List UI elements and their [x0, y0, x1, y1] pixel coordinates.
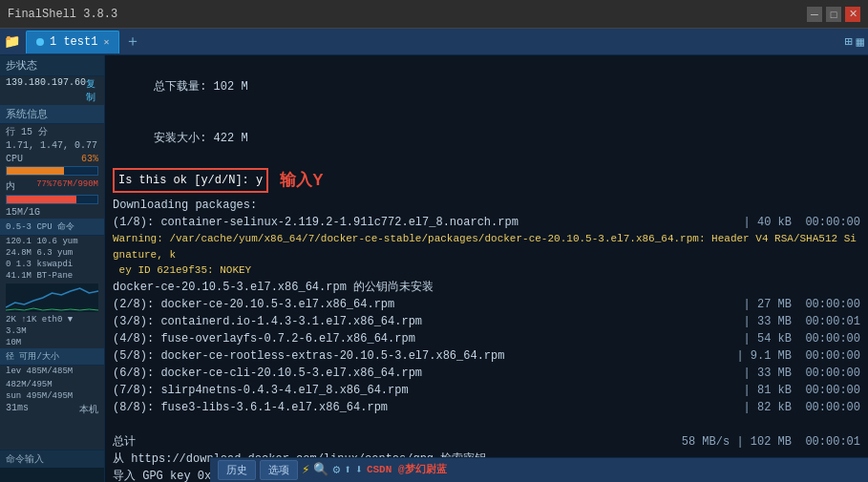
mem-label: 内 — [6, 179, 15, 193]
sidebar-uptime: 行 15 分 — [0, 124, 104, 139]
term-blank — [113, 416, 860, 433]
prompt-text: Is this ok [y/d/N]: y — [118, 174, 263, 187]
process-row-4: 41.1M BT-Pane — [0, 270, 104, 282]
proc-1: 120.1 10.6 yum — [6, 237, 78, 246]
sidebar-state-header: 步状态 — [0, 55, 104, 76]
sidebar-copy[interactable]: 复制 — [86, 77, 98, 104]
mem-value: 77%767M/990M — [36, 179, 98, 193]
tab-close-button[interactable]: ✕ — [103, 36, 109, 48]
watermark-text: CSDN @梦幻尉蓝 — [367, 462, 447, 478]
sidebar-state-label: 步状态 — [6, 60, 37, 72]
cpu-bar — [6, 166, 98, 176]
history-button[interactable]: 历史 — [218, 460, 256, 480]
process-cols: 0.5-3 CPU 命令 — [6, 222, 74, 232]
process-row-1: 120.1 10.6 yum — [0, 236, 104, 247]
response-time: 31ms — [6, 403, 29, 416]
mem-label-row: 内 77%767M/990M — [6, 179, 98, 193]
term-nokey-msg: docker-ce-20.10.5-3.el7.x86_64.rpm 的公钥尚未… — [113, 279, 860, 296]
network-chart — [6, 283, 98, 312]
tab-test1[interactable]: 1 test1 ✕ — [26, 31, 119, 53]
term-pkg-7: (7/8): slirp4netns-0.4.3-4.el7_8.x86_64.… — [113, 382, 860, 399]
app-title: FinalShell 3.8.3 — [8, 8, 117, 21]
close-button[interactable]: ✕ — [845, 7, 860, 22]
mem-section: 内 77%767M/990M — [0, 178, 104, 206]
sidebar-net-header: 15M/1G — [0, 206, 104, 219]
lightning-icon: ⚡ — [302, 460, 309, 480]
net-val3: 10M — [6, 338, 21, 347]
process-row-3: 0 1.3 kswapdi — [0, 259, 104, 270]
disk-row-1: lev 485M/485M — [0, 366, 104, 377]
term-downloading: Downloading packages: — [113, 197, 860, 214]
disk-4: sun 495M/495M — [6, 391, 73, 401]
title-bar: FinalShell 3.8.3 ─ □ ✕ — [0, 0, 868, 29]
tab-add-button[interactable]: ＋ — [125, 31, 140, 52]
disk-row-3: 482M/495M — [0, 379, 104, 390]
host-label: 本机 — [79, 403, 98, 416]
network-chart-svg — [6, 283, 98, 312]
term-pkg-3: (3/8): containerd.io-1.4.3-3.1.el7.x86_6… — [113, 313, 860, 330]
process-section-header: 0.5-3 CPU 命令 — [0, 219, 104, 236]
settings-icon[interactable]: ⚙ — [332, 461, 340, 480]
disk-row-4: sun 495M/495M — [0, 390, 104, 402]
term-line-total-dl: 总下载量: 102 M — [113, 61, 860, 113]
main-layout: 步状态 139.180.197.60 复制 系统信息 行 15 分 1.71, … — [0, 55, 868, 482]
prompt-box: Is this ok [y/d/N]: y — [113, 168, 268, 193]
sidebar-sysinfo: 系统信息 — [0, 105, 104, 124]
tab-bar-right: ⊞ ▦ — [844, 33, 864, 50]
term-pkg-1: (1/8): container-selinux-2.119.2-1.91lc7… — [113, 214, 860, 231]
mem-bar-fill — [7, 196, 76, 203]
window-controls[interactable]: ─ □ ✕ — [807, 7, 860, 22]
term-pkg-4: (4/8): fuse-overlayfs-0.7.2-6.el7.x86_64… — [113, 330, 860, 347]
proc-4: 41.1M BT-Pane — [6, 271, 73, 281]
prompt-row: Is this ok [y/d/N]: y 输入Y — [113, 166, 860, 195]
load-value: 1.71, 1.47, 0.77 — [6, 140, 97, 151]
folder-icon[interactable]: 📁 — [4, 33, 20, 50]
term-warning: Warning: /var/cache/yum/x86_64/7/docker-… — [113, 231, 860, 279]
upload-icon[interactable]: ⬆ — [344, 461, 351, 480]
search-icon[interactable]: 🔍 — [313, 461, 328, 480]
net-up: 2K ↑1K eth0 ▼ — [6, 315, 73, 325]
sidebar: 步状态 139.180.197.60 复制 系统信息 行 15 分 1.71, … — [0, 55, 105, 482]
grid-icon[interactable]: ⊞ — [844, 33, 852, 50]
download-icon[interactable]: ⬇ — [355, 461, 363, 480]
term-pkg-2: (2/8): docker-ce-20.10.5-3.el7.x86_64.rp… — [113, 296, 860, 313]
cmd-input-field[interactable] — [0, 468, 104, 482]
disk-1: lev 485M/485M — [6, 367, 73, 376]
response-row: 31ms 本机 — [0, 402, 104, 417]
minimize-button[interactable]: ─ — [807, 7, 822, 22]
tab-indicator — [36, 38, 44, 46]
disk-3: 482M/495M — [6, 380, 53, 389]
maximize-button[interactable]: □ — [826, 7, 841, 22]
tab-label: 1 test1 — [50, 35, 97, 49]
cpu-label: CPU — [6, 154, 23, 164]
term-pkg-8: (8/8): fuse3-libs-3.6.1-4.el7.x86_64.rpm… — [113, 399, 860, 416]
sidebar-load: 1.71, 1.47, 0.77 — [0, 139, 104, 152]
cmd-input-area: 命令输入 — [0, 450, 104, 482]
term-total: 总计58 MB/s | 102 MB 00:00:01 — [113, 433, 860, 451]
bottom-bar: 历史 选项 ⚡ 🔍 ⚙ ⬆ ⬇ CSDN @梦幻尉蓝 — [210, 457, 868, 482]
disk-label: 径 可用/大小 — [6, 352, 59, 362]
term-pkg-5: (5/8): docker-ce-rootless-extras-20.10.5… — [113, 347, 860, 365]
net-label: 15M/1G — [6, 207, 40, 218]
title-bar-left: FinalShell 3.8.3 — [8, 8, 117, 21]
sidebar-ip-row: 139.180.197.60 复制 — [0, 76, 104, 105]
total-dl-label: 总下载量: 102 M — [154, 80, 247, 94]
process-row-2: 24.8M 6.3 yum — [0, 247, 104, 259]
view-icon[interactable]: ▦ — [857, 33, 864, 50]
net-row: 2K ↑1K eth0 ▼ — [0, 314, 104, 325]
cpu-bar-fill — [7, 167, 64, 175]
term-pkg-6: (6/8): docker-ce-cli-20.10.5-3.el7.x86_6… — [113, 365, 860, 382]
annotation-enter-y: 输入Y — [280, 168, 323, 193]
install-size-label: 安装大小: 422 M — [154, 132, 247, 145]
net-row2: 3.3M — [0, 325, 104, 337]
proc-2: 24.8M 6.3 yum — [6, 248, 73, 258]
proc-3: 0 1.3 kswapdi — [6, 260, 73, 269]
net-row3: 10M — [0, 337, 104, 348]
cpu-section: CPU 63% — [0, 152, 104, 178]
tab-bar: 📁 1 test1 ✕ ＋ ⊞ ▦ — [0, 29, 868, 55]
term-line-install-size: 安装大小: 422 M — [113, 113, 860, 164]
terminal[interactable]: 总下载量: 102 M 安装大小: 422 M Is this ok [y/d/… — [105, 55, 868, 482]
cmd-input-label: 命令输入 — [0, 451, 104, 468]
disk-section-header: 径 可用/大小 — [0, 348, 104, 366]
select-button[interactable]: 选项 — [260, 460, 298, 480]
